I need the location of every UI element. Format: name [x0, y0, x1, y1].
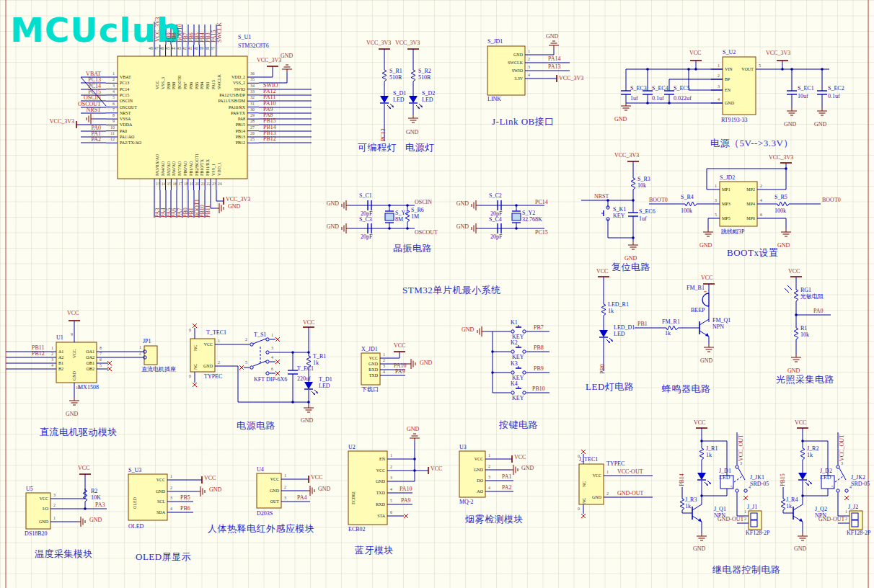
- designator: 1k: [706, 453, 712, 458]
- net-label: VCC_3V3: [50, 119, 74, 125]
- pin-number: 1: [390, 453, 392, 458]
- pin-number: 1: [606, 470, 609, 474]
- section-title: 人体热释电红外感应模块: [208, 524, 315, 533]
- net-label: GND: [281, 53, 293, 59]
- designator: J_D1: [719, 468, 731, 474]
- net-label: GND: [420, 360, 432, 366]
- net-label: GND: [456, 201, 469, 207]
- pin-name: GND: [592, 495, 601, 499]
- net-label: PB12: [32, 351, 45, 357]
- net-label: VCC: [788, 269, 800, 275]
- pin-name: PB13: [236, 135, 245, 139]
- pin-number: 9: [112, 119, 115, 123]
- pin-number: 4: [760, 198, 762, 202]
- pin-name: PA7/AO: [177, 161, 182, 176]
- pin-number: 21: [200, 182, 205, 186]
- pin-number: 3: [528, 65, 530, 69]
- designator: 1uf: [630, 96, 638, 102]
- pin-name: VOUT: [741, 67, 754, 71]
- designator: JP1: [143, 339, 151, 344]
- designator: T_R1: [313, 354, 326, 360]
- pin-name: OB1: [87, 361, 94, 365]
- pin-name: PA9/TX: [231, 111, 245, 115]
- pin-name: GND: [39, 520, 48, 524]
- pin-name: OLED: [133, 497, 137, 509]
- designator: S_EC1: [798, 86, 814, 92]
- pin-number: 1: [139, 345, 141, 349]
- pin-number: 4: [528, 73, 530, 77]
- ic-boot-jumper-designator: S_JD2: [720, 175, 735, 181]
- pin-number: 47: [154, 46, 159, 50]
- pin-number: 25: [250, 137, 255, 141]
- pin-number: 6: [100, 357, 102, 362]
- section-title: 复位电路: [612, 262, 650, 272]
- designator: LED_R1: [608, 302, 629, 308]
- net-label: PB6: [180, 506, 190, 512]
- net-label: GND: [521, 466, 534, 471]
- net-label: VCC-OUT: [617, 469, 643, 475]
- pin-number: 5: [831, 485, 834, 489]
- designator: KEY: [613, 213, 624, 219]
- pin-number: 2: [218, 360, 220, 365]
- designator: BEEP: [691, 308, 705, 313]
- pin-name: OA2: [86, 355, 94, 360]
- designator: LED: [820, 475, 831, 481]
- pin-name: VSS_3: [161, 77, 165, 89]
- pin-number: 34: [250, 84, 255, 88]
- pin-number: 1: [53, 516, 56, 520]
- net-label: PB5: [180, 495, 190, 501]
- designator: T_D1: [319, 377, 332, 383]
- designator: 8M: [395, 217, 403, 223]
- net-label: VCC: [689, 50, 701, 56]
- net-label: VCC: [596, 269, 608, 275]
- pin-number: 3: [841, 461, 843, 466]
- designator: J_R2: [807, 446, 818, 452]
- pin-number: 29: [250, 113, 255, 117]
- net-label: VCC_OUT: [839, 435, 845, 461]
- pin-number: 1: [488, 453, 490, 458]
- net-label: PA1: [502, 474, 512, 480]
- pin-name: SWCLK: [508, 61, 523, 65]
- net-label: VCC_3V3: [559, 76, 583, 81]
- pin-number: 1: [718, 63, 720, 68]
- pin-name: PC15: [120, 93, 129, 97]
- designator: S_C4: [489, 217, 502, 223]
- pin-name: PB10/TX: [200, 159, 204, 176]
- pin-number: 4: [170, 507, 172, 511]
- designator: J_JK2: [851, 475, 865, 481]
- net-label: GND: [814, 122, 826, 128]
- designator: LED: [319, 383, 330, 389]
- pin-name: NC: [193, 345, 198, 351]
- net-label: GND: [787, 368, 800, 374]
- net-label: VCC_3V3: [614, 153, 639, 159]
- net-label: PB10: [532, 386, 545, 392]
- pin-number: 24: [218, 182, 222, 186]
- net-label: PB14: [679, 473, 685, 486]
- pin-number: 14: [162, 182, 166, 186]
- ic-stm32-mcu-designator: S_U1: [238, 35, 251, 40]
- designator: K2: [511, 340, 518, 346]
- net-label: PB7: [534, 325, 544, 331]
- net-label: PC14: [535, 200, 548, 205]
- pin-name: SCL: [157, 499, 165, 504]
- pin-number: 2: [528, 57, 530, 61]
- designator: S_R2: [418, 68, 431, 74]
- pin-number: 11: [110, 131, 115, 135]
- pin-name: RXD: [376, 502, 385, 507]
- ic-ds18b20-designator: U5: [26, 486, 33, 492]
- designator: LED_D1: [614, 325, 635, 331]
- polarity-mark: +: [704, 290, 707, 295]
- pin-name: PB8: [172, 82, 176, 89]
- designator: T_S1: [254, 332, 266, 338]
- pin-number: 5: [730, 485, 733, 489]
- pin-name: GND: [368, 362, 378, 366]
- ic-ds18b20-part: DS18B20: [25, 531, 48, 537]
- designator: J_Q2: [815, 507, 827, 512]
- designator: S_C2: [489, 193, 502, 199]
- pin-name: PA10/RX: [229, 105, 245, 110]
- pin-number: 45: [165, 46, 169, 50]
- net-label: GND: [777, 243, 790, 249]
- pin-number: 4: [271, 355, 273, 360]
- pin-number: 2: [245, 337, 247, 342]
- section-title: 直流电机驱动模块: [40, 427, 118, 437]
